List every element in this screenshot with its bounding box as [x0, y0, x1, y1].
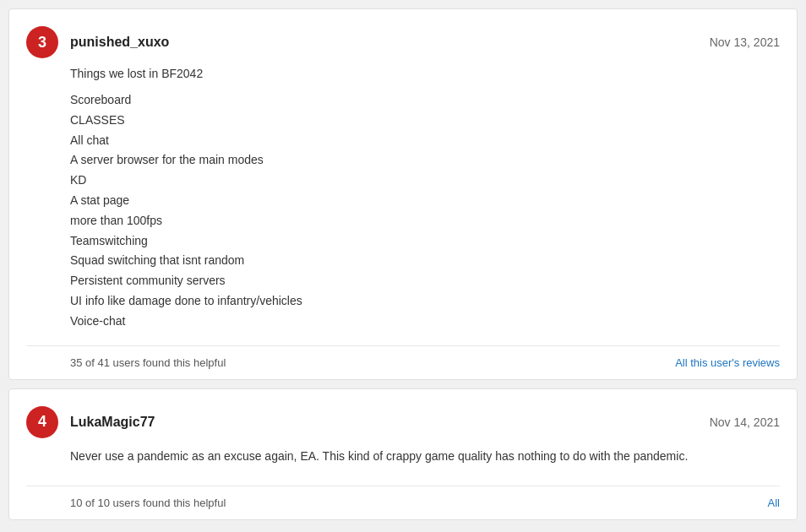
- user-reviews-link-3[interactable]: All this user's reviews: [675, 356, 780, 369]
- review-footer-4: 10 of 10 users found this helpful All: [26, 486, 780, 519]
- review-body-3: Things we lost in BF2042 ScoreboardCLASS…: [70, 67, 780, 345]
- review-card-3: 3 punished_xuxo Nov 13, 2021 Things we l…: [8, 8, 798, 380]
- review-author-section-4: 4 LukaMagic77: [26, 406, 155, 438]
- review-number-badge-4: 4: [26, 406, 58, 438]
- list-item: Teamswitching: [70, 231, 780, 252]
- list-item: CLASSES: [70, 111, 780, 131]
- list-item: KD: [70, 171, 780, 191]
- list-item: A server browser for the main modes: [70, 150, 780, 171]
- review-list-3: ScoreboardCLASSESAll chatA server browse…: [70, 90, 780, 332]
- helpful-text-4: 10 of 10 users found this helpful: [70, 497, 226, 509]
- list-item: All chat: [70, 131, 780, 151]
- review-author-name-4: LukaMagic77: [70, 415, 155, 430]
- review-date-4: Nov 14, 2021: [710, 415, 780, 429]
- reviews-container: 3 punished_xuxo Nov 13, 2021 Things we l…: [0, 0, 806, 532]
- user-reviews-link-4[interactable]: All: [768, 497, 780, 509]
- review-author-section-3: 3 punished_xuxo: [26, 26, 169, 58]
- review-author-name-3: punished_xuxo: [70, 35, 169, 50]
- review-number-badge-3: 3: [26, 26, 58, 58]
- list-item: Voice-chat: [70, 312, 780, 332]
- review-header-3: 3 punished_xuxo Nov 13, 2021: [26, 26, 780, 58]
- review-header-4: 4 LukaMagic77 Nov 14, 2021: [26, 406, 780, 438]
- review-body-text-4: Never use a pandemic as an excuse again,…: [70, 447, 780, 465]
- review-body-4: Never use a pandemic as an excuse again,…: [70, 447, 780, 486]
- list-item: A stat page: [70, 191, 780, 211]
- review-intro-3: Things we lost in BF2042: [70, 67, 780, 80]
- list-item: Squad switching that isnt random: [70, 251, 780, 271]
- list-item: more than 100fps: [70, 211, 780, 231]
- review-card-4: 4 LukaMagic77 Nov 14, 2021 Never use a p…: [8, 388, 798, 520]
- review-date-3: Nov 13, 2021: [710, 35, 780, 49]
- list-item: Scoreboard: [70, 90, 780, 111]
- list-item: Persistent community servers: [70, 271, 780, 291]
- review-footer-3: 35 of 41 users found this helpful All th…: [26, 345, 780, 379]
- helpful-text-3: 35 of 41 users found this helpful: [70, 356, 226, 369]
- list-item: UI info like damage done to infantry/veh…: [70, 291, 780, 312]
